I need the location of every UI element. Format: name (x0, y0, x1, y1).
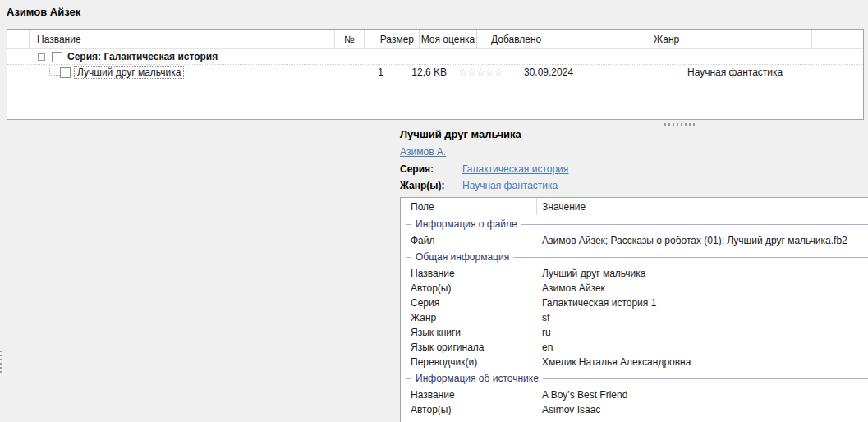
series-checkbox[interactable] (52, 52, 62, 62)
field-name: Название (401, 268, 537, 279)
field-value: en (537, 342, 553, 353)
section-line (406, 257, 411, 258)
book-info-table: Поле Значение Информация о файлеФайлАзим… (400, 197, 868, 422)
detail-genre-line: Жанр(ы):Научная фантастика (400, 180, 558, 191)
book-row[interactable]: Лучший друг мальчика 1 12,6 KB ☆☆☆☆☆ 30.… (7, 65, 863, 80)
column-header-genre[interactable]: Жанр (645, 30, 812, 48)
column-header-number[interactable]: № (335, 30, 365, 48)
genre-link[interactable]: Научная фантастика (462, 180, 558, 191)
book-genre-cell: Научная фантастика (679, 65, 847, 80)
book-size-cell: 12,6 KB (396, 65, 452, 80)
info-data-row: НазваниеA Boy's Best Friend (401, 388, 868, 402)
info-table-header: Поле Значение (401, 198, 868, 215)
info-section-row: Информация об источнике (401, 369, 868, 388)
info-data-row: ФайлАзимов Айзек; Рассказы о роботах (01… (401, 233, 868, 248)
info-data-row: Язык оригиналаen (401, 340, 868, 355)
field-name: Язык оригинала (401, 342, 537, 353)
section-label: Информация о файле (411, 218, 521, 230)
field-name: Файл (401, 235, 537, 246)
info-data-row: НазваниеЛучший друг мальчика (401, 266, 868, 281)
book-checkbox[interactable] (60, 67, 71, 78)
detail-series-line: Серия:Галактическая история (400, 163, 568, 175)
detail-author-line: Азимов А. (400, 146, 446, 158)
field-name: Жанр (401, 312, 537, 323)
section-line (521, 224, 868, 225)
info-table-body: Информация о файлеФайлАзимов Айзек; Расс… (401, 215, 868, 417)
field-value: Asimov Isaac (537, 404, 600, 415)
genre-label: Жанр(ы): (400, 180, 462, 191)
author-link[interactable]: Азимов А. (400, 146, 446, 158)
field-value: Азимов Айзек (537, 282, 605, 294)
book-added-cell: 30.09.2024 (510, 65, 679, 80)
column-header-field[interactable]: Поле (401, 198, 537, 215)
section-label: Общая информация (411, 251, 513, 263)
field-name: Автор(ы) (401, 282, 537, 294)
book-number-cell: 1 (365, 65, 396, 80)
detail-book-title: Лучший друг мальчика (400, 128, 521, 140)
series-group-row[interactable]: Серия: Галактическая история (7, 49, 863, 65)
info-data-row: Автор(ы)Asimov Isaac (401, 402, 868, 417)
field-name: Автор(ы) (401, 404, 537, 415)
field-name: Язык книги (401, 327, 537, 338)
info-data-row: Жанрsf (401, 310, 868, 325)
field-name: Переводчик(и) (401, 356, 537, 368)
tree-connector (49, 65, 60, 76)
field-value: Лучший друг мальчика (537, 268, 645, 279)
vertical-splitter-grip-icon[interactable] (0, 351, 2, 374)
field-value: Хмелик Наталья Александровна (537, 356, 691, 368)
book-title-cell[interactable]: Лучший друг мальчика (74, 66, 184, 79)
rating-stars-icon[interactable]: ☆☆☆☆☆ (459, 67, 503, 78)
info-section-row: Общая информация (401, 248, 868, 266)
section-line (513, 257, 868, 258)
info-data-row: СерияГалактическая история 1 (401, 296, 868, 310)
series-link[interactable]: Галактическая история (462, 163, 568, 175)
field-value: Галактическая история 1 (537, 297, 656, 309)
info-data-row: Язык книгиru (401, 325, 868, 340)
tree-connector (45, 57, 52, 57)
collapse-expander-icon[interactable] (38, 53, 45, 61)
column-header-rating[interactable]: Моя оценка (420, 30, 477, 48)
field-value: ru (537, 327, 551, 338)
info-section-row: Информация о файле (401, 215, 868, 233)
series-label: Серия: (400, 163, 462, 175)
section-label: Информация об источнике (411, 373, 543, 384)
section-line (543, 378, 868, 379)
field-value: sf (537, 312, 549, 323)
field-name: Название (401, 389, 537, 401)
page-title: Азимов Айзек (7, 6, 80, 18)
book-table-header: Название № Размер Моя оценка Добавлено Ж… (7, 30, 863, 49)
field-value: A Boy's Best Friend (537, 389, 627, 401)
column-header-size[interactable]: Размер (365, 30, 420, 48)
field-name: Серия (401, 297, 537, 309)
column-header-added[interactable]: Добавлено (477, 30, 645, 48)
column-header-spacer (812, 30, 863, 48)
column-header-name[interactable]: Название (30, 30, 335, 48)
info-data-row: Переводчик(и)Хмелик Наталья Александровн… (401, 355, 868, 369)
section-line (406, 378, 411, 379)
field-value: Азимов Айзек; Рассказы о роботах (01); Л… (537, 235, 847, 246)
column-header-state[interactable] (7, 30, 30, 48)
info-data-row: Автор(ы)Азимов Айзек (401, 281, 868, 296)
section-line (406, 224, 411, 225)
series-group-label[interactable]: Серия: Галактическая история (67, 51, 218, 62)
column-header-value[interactable]: Значение (537, 201, 586, 213)
horizontal-splitter-grip-icon[interactable] (664, 123, 696, 126)
book-list-table: Название № Размер Моя оценка Добавлено Ж… (7, 29, 864, 120)
